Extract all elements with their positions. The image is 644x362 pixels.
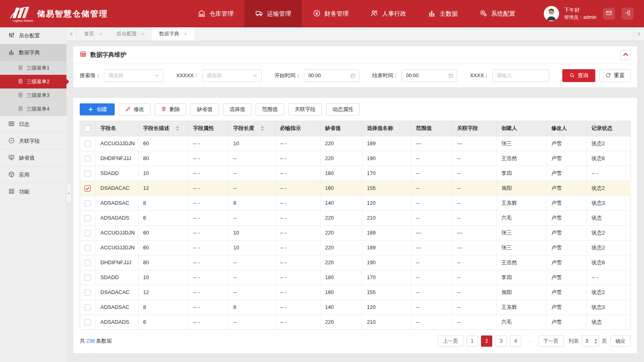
number-stepper-icon[interactable] [594,339,597,344]
sort-icon[interactable] [176,126,179,131]
page-title: 数据字典维护 [90,51,126,59]
row-checkbox[interactable] [85,141,91,147]
sidebar-item-logs[interactable]: 日志 [0,116,66,133]
start-time-input[interactable] [304,70,359,82]
column-header-content: 范围值 [416,125,447,132]
table-row: SDADD10-- ----- -180170----李四卢雪-- - [80,270,631,285]
table-cell: -- - [188,195,228,210]
table-cell: 170 [362,166,411,181]
nav-item-system-config[interactable]: 系统配置 [469,0,526,27]
tab-close-icon[interactable]: × [142,31,145,37]
panel-collapse-button[interactable] [620,50,631,60]
row-select-cell [80,255,95,270]
page-button-2[interactable]: 2 [481,335,492,347]
tab-backend-config[interactable]: 后台配置× [109,27,152,41]
confirm-button[interactable]: 确定 [610,335,631,347]
nav-item-transport[interactable]: 运输管理 [244,0,302,27]
tab-close-icon[interactable]: × [99,31,102,37]
tab-close-icon[interactable]: × [184,31,187,37]
sidebar: 后台配置数据字典三级菜单1三级菜单2三级菜单3三级菜单4日志关联字段缺省值应用功… [0,27,66,362]
select-value-button[interactable]: 选择值 [223,103,252,115]
nav-item-warehouse[interactable]: 仓库管理 [187,0,244,27]
row-checkbox[interactable] [85,275,91,281]
nav-item-finance[interactable]: 财务管理 [302,0,359,27]
reset-button[interactable]: 重置 [599,69,631,82]
stepper-up-icon[interactable] [594,339,597,341]
table-cell: -- - [188,300,228,315]
tab-scroll-left-icon[interactable] [66,27,77,41]
table-cell: 旭阳 [496,285,546,300]
select-all-checkbox[interactable] [85,125,91,132]
stepper-down-icon[interactable] [594,342,597,344]
tab-scroll-right-icon[interactable] [634,27,644,41]
row-select-cell [80,240,95,255]
sidebar-item-applications[interactable]: 应用 [0,167,66,183]
row-checkbox[interactable] [85,156,91,162]
prev-page-button[interactable]: 上一页 [438,335,464,347]
filter-label: 结束时间： [372,72,398,79]
table-cell: -- - [188,136,228,151]
row-checkbox[interactable] [85,230,91,236]
default-value-button[interactable]: 缺省值 [190,103,219,115]
xxxx-input[interactable] [492,70,549,82]
edit-button[interactable]: 修改 [119,103,151,115]
page-button-4[interactable]: 4 [510,335,521,347]
tab-data-dictionary[interactable]: 数据字典× [152,27,194,41]
sidebar-item-submenu-3[interactable]: 三级菜单3 [0,88,66,102]
logout-icon [624,10,631,18]
row-checkbox[interactable] [85,290,91,296]
row-checkbox-checked[interactable] [85,185,91,191]
query-button[interactable]: 查询 [562,69,595,82]
sidebar-collapse-handle[interactable]: « [66,183,72,203]
xxxxx-select[interactable] [202,70,262,82]
mail-button[interactable] [603,8,615,20]
goto-page-input[interactable] [582,335,599,347]
sidebar-item-submenu-4[interactable]: 三级菜单4 [0,102,66,116]
linked-field-button[interactable]: 关联字段 [288,103,322,115]
page-button-3[interactable]: 3 [495,335,507,347]
avatar[interactable] [544,6,559,21]
page-button-1[interactable]: 1 [466,335,478,347]
sidebar-item-default-values[interactable]: 缺省值 [0,150,66,167]
row-checkbox[interactable] [85,260,91,266]
next-page-button[interactable]: 下一页 [538,335,564,347]
search-item-select[interactable] [104,70,163,82]
xxxx-input-value[interactable] [493,70,549,81]
sort-icon[interactable] [261,126,264,131]
table-cell: 220 [320,225,362,240]
sidebar-item-backend-config[interactable]: 后台配置 [0,27,66,44]
range-value-button[interactable]: 范围值 [256,103,284,115]
sidebar-item-submenu-2[interactable]: 三级菜单2 [0,75,66,88]
table-cell: DHDIFNFJJJ [95,255,138,270]
logout-button[interactable] [621,8,634,20]
column-header-label: 字段名 [101,125,116,132]
truck-icon [255,9,263,19]
row-checkbox[interactable] [85,215,91,221]
row-checkbox[interactable] [85,200,91,206]
sidebar-item-submenu-1[interactable]: 三级菜单1 [0,61,66,75]
filter-search-item: 搜索项： [80,70,163,82]
nav-item-master-data[interactable]: 主数据 [417,0,469,27]
row-select-cell [80,300,95,315]
nav-item-hr[interactable]: 人事行政 [359,0,417,27]
dynamic-attr-button[interactable]: 动态属性 [326,103,360,115]
sidebar-item-data-dictionary[interactable]: 数据字典 [0,44,66,61]
tab-home[interactable]: 首页× [77,27,109,41]
sidebar-item-linked-fields[interactable]: 关联字段 [0,133,66,150]
row-checkbox[interactable] [85,245,91,251]
delete-button[interactable]: 删除 [155,103,186,115]
table-panel: ＋创建修改删除缺省值选择值范围值关联字段动态属性 字段名字段长描述字段属性字段长… [73,97,638,354]
doc-icon [18,106,23,113]
row-checkbox[interactable] [85,171,91,177]
data-table: 字段名字段长描述字段属性字段长度必输指示缺省值选择值名称范围值关联字段创建人修改… [80,121,631,329]
row-checkbox[interactable] [85,319,91,325]
create-button[interactable]: ＋创建 [80,103,115,115]
sidebar-item-functions[interactable]: 功能 [0,183,66,200]
table-row: ADSADSAC8-- -8-- -140120----王东辉卢雪状态3 [80,195,631,210]
table-cell: -- - [275,136,320,151]
end-time-input[interactable] [402,70,457,82]
user-info: 下午好 管理员：admin [564,6,597,21]
row-checkbox[interactable] [85,304,91,311]
table-cell: 220 [320,136,362,151]
sidebar-item-label: 功能 [19,188,29,195]
